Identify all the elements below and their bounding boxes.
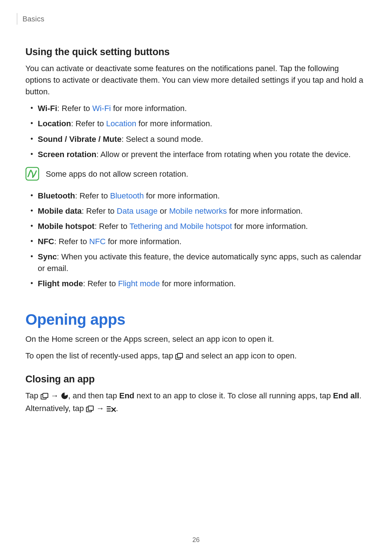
text: → [94,404,106,413]
text: : Allow or prevent the interface from ro… [96,150,351,159]
text: To open the list of recently-used apps, … [25,351,175,360]
link-location[interactable]: Location [106,119,136,128]
term-sync: Sync [38,252,57,261]
link-nfc[interactable]: NFC [89,237,106,246]
term-bluetooth: Bluetooth [38,191,75,200]
text: for more information. [144,191,220,200]
link-tethering-hotspot[interactable]: Tethering and Mobile hotspot [130,222,232,231]
text: : Refer to [82,206,117,216]
recent-apps-icon [86,404,94,415]
list-item: Location: Refer to Location for more inf… [38,118,367,130]
pie-chart-icon [61,391,68,403]
list-item: Screen rotation: Allow or prevent the in… [38,149,367,160]
note-text: Some apps do not allow screen rotation. [46,169,188,180]
section-title-opening-apps: Opening apps [25,311,367,328]
running-head: Basics [17,13,367,25]
running-head-text: Basics [23,15,44,23]
link-flight-mode[interactable]: Flight mode [118,279,160,288]
opening-apps-p1: On the Home screen or the Apps screen, s… [25,333,367,345]
text: : Refer to [54,237,89,246]
bullet-list-2: Bluetooth: Refer to Bluetooth for more i… [25,190,367,290]
svg-rect-7 [88,406,93,410]
note-icon [25,167,39,182]
list-item: Flight mode: Refer to Flight mode for mo… [38,278,367,290]
term-flight-mode: Flight mode [38,279,83,288]
list-item: Sync: When you activate this feature, th… [38,251,367,274]
list-item: NFC: Refer to NFC for more information. [38,236,367,247]
close-all-icon [106,404,116,415]
text: next to an app to close it. To close all… [134,391,333,400]
subheading-closing-app: Closing an app [25,374,367,385]
closing-app-paragraph: Tap → , and then tap End next to an app … [25,390,367,415]
list-item: Wi-Fi: Refer to Wi-Fi for more informati… [38,103,367,114]
recent-apps-icon [41,391,49,403]
text: and select an app icon to open. [183,351,297,360]
end-all-label: End all [333,391,359,400]
text: for more information. [111,104,187,113]
term-mobile-data: Mobile data [38,206,82,216]
text: for more information. [227,206,303,216]
text: for more information. [106,237,181,246]
link-mobile-networks[interactable]: Mobile networks [169,206,227,216]
link-bluetooth[interactable]: Bluetooth [110,191,144,200]
bullet-list-1: Wi-Fi: Refer to Wi-Fi for more informati… [25,103,367,160]
text: : Refer to [75,191,110,200]
end-label: End [119,391,135,400]
link-data-usage[interactable]: Data usage [117,206,158,216]
page-number: 26 [0,536,392,544]
opening-apps-p2: To open the list of recently-used apps, … [25,350,367,363]
recent-apps-icon [175,351,183,363]
term-screen-rotation: Screen rotation [38,150,96,159]
text: : Refer to [57,104,93,113]
list-item: Mobile hotspot: Refer to Tethering and M… [38,221,367,232]
text: : Refer to [94,222,129,231]
link-wifi[interactable]: Wi-Fi [92,104,111,113]
list-item: Mobile data: Refer to Data usage or Mobi… [38,205,367,217]
text: : Select a sound mode. [122,135,203,144]
term-wifi: Wi-Fi [38,104,57,113]
text: for more information. [136,119,212,128]
text: : When you activate this feature, the de… [38,252,361,273]
running-head-rule [17,13,17,25]
text: for more information. [160,279,236,288]
text: . [116,404,118,413]
text: : Refer to [71,119,106,128]
text: , and then tap [68,391,119,400]
list-item: Bluetooth: Refer to Bluetooth for more i… [38,190,367,202]
intro-paragraph: You can activate or deactivate some feat… [25,63,367,98]
term-nfc: NFC [38,237,54,246]
text: Tap [25,391,41,400]
term-mobile-hotspot: Mobile hotspot [38,222,94,231]
svg-rect-2 [177,353,183,358]
text: → [49,391,61,400]
term-sound-vibrate-mute: Sound / Vibrate / Mute [38,135,122,144]
text: or [158,206,169,216]
note-box: Some apps do not allow screen rotation. [25,167,367,182]
term-location: Location [38,119,71,128]
subheading-quick-settings: Using the quick setting buttons [25,46,367,58]
svg-rect-4 [43,393,48,398]
list-item: Sound / Vibrate / Mute: Select a sound m… [38,134,367,145]
text: for more information. [232,222,308,231]
text: : Refer to [83,279,118,288]
